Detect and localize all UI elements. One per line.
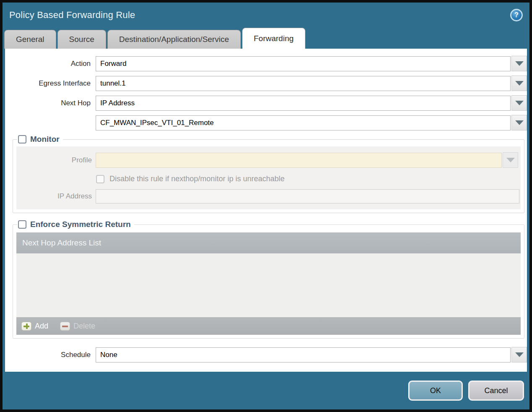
egress-interface-select[interactable]: tunnel.1 — [96, 76, 511, 91]
egress-interface-row: Egress Interface tunnel.1 — [5, 76, 527, 91]
cancel-button[interactable]: Cancel — [468, 381, 524, 401]
action-select[interactable]: Forward — [96, 56, 511, 71]
next-hop-type-select[interactable]: IP Address — [96, 96, 511, 111]
tab-destination-application-service[interactable]: Destination/Application/Service — [107, 30, 241, 49]
pbf-rule-dialog: { "dialog": { "title": "Policy Based For… — [0, 0, 532, 412]
monitor-panel: Profile Disable this rule if nexthop/mon… — [16, 146, 521, 209]
action-row: Action Forward — [5, 56, 527, 71]
plus-icon — [21, 322, 31, 331]
schedule-dropdown-button[interactable] — [511, 347, 527, 362]
dialog-title: Policy Based Forwarding Rule — [9, 10, 135, 21]
monitor-profile-select — [96, 153, 502, 168]
chevron-down-icon — [515, 352, 524, 357]
tab-source[interactable]: Source — [57, 30, 106, 49]
next-hop-type-dropdown-button[interactable] — [511, 95, 527, 111]
minus-icon — [60, 322, 70, 331]
forwarding-tab-panel: Action Forward Egress Interface tunnel.1… — [5, 49, 527, 372]
monitor-profile-dropdown-button — [503, 152, 518, 168]
tab-bar: General Source Destination/Application/S… — [3, 28, 529, 49]
next-hop-address-row: CF_MWAN_IPsec_VTI_01_Remote — [5, 115, 527, 130]
monitor-ip-address-label: IP Address — [16, 192, 92, 201]
monitor-fieldset: Monitor Profile Disable this rule if nex… — [13, 135, 524, 213]
add-button[interactable]: Add — [21, 322, 48, 331]
schedule-row: Schedule None — [5, 347, 527, 362]
symmetric-return-legend: Enforce Symmetric Return — [17, 220, 134, 229]
chevron-down-icon — [515, 61, 524, 66]
chevron-down-icon — [515, 81, 524, 86]
symmetric-return-fieldset: Enforce Symmetric Return Next Hop Addres… — [13, 220, 524, 339]
chevron-down-icon — [515, 120, 524, 125]
next-hop-address-list-toolbar: Add Delete — [16, 317, 521, 335]
next-hop-address-list-header: Next Hop Address List — [16, 232, 521, 253]
dialog-titlebar: Policy Based Forwarding Rule ? — [3, 3, 529, 28]
next-hop-address-list-table: Next Hop Address List Add Delete — [16, 232, 521, 335]
action-dropdown-button[interactable] — [511, 56, 527, 71]
enforce-symmetric-return-checkbox[interactable] — [18, 220, 26, 229]
monitor-legend: Monitor — [17, 135, 63, 144]
schedule-label: Schedule — [10, 351, 91, 359]
monitor-ip-address-input — [96, 189, 519, 203]
monitor-checkbox[interactable] — [18, 135, 26, 143]
egress-interface-dropdown-button[interactable] — [511, 76, 527, 91]
profile-label: Profile — [16, 156, 92, 164]
next-hop-address-list-body[interactable] — [16, 253, 521, 317]
tab-general[interactable]: General — [4, 30, 56, 49]
add-button-label: Add — [35, 322, 48, 331]
next-hop-label: Next Hop — [10, 99, 91, 107]
symmetric-return-legend-label: Enforce Symmetric Return — [30, 220, 131, 229]
help-icon[interactable]: ? — [510, 9, 523, 21]
tab-forwarding[interactable]: Forwarding — [242, 28, 305, 49]
disable-rule-checkbox — [96, 175, 104, 183]
next-hop-row: Next Hop IP Address — [5, 95, 527, 111]
chevron-down-icon — [506, 158, 515, 162]
next-hop-address-dropdown-button[interactable] — [511, 115, 527, 130]
action-label: Action — [10, 60, 91, 68]
dialog-footer: OK Cancel — [3, 372, 529, 409]
disable-rule-label: Disable this rule if nexthop/monitor ip … — [110, 175, 284, 183]
delete-button-label: Delete — [73, 322, 95, 331]
monitor-legend-label: Monitor — [30, 135, 60, 144]
profile-row: Profile — [16, 152, 521, 168]
chevron-down-icon — [515, 101, 524, 105]
delete-button: Delete — [60, 322, 95, 331]
egress-interface-label: Egress Interface — [10, 79, 91, 88]
next-hop-address-select[interactable]: CF_MWAN_IPsec_VTI_01_Remote — [96, 115, 511, 130]
schedule-select[interactable]: None — [96, 347, 511, 362]
disable-rule-row: Disable this rule if nexthop/monitor ip … — [96, 175, 521, 183]
ok-button[interactable]: OK — [408, 381, 463, 401]
monitor-ip-address-row: IP Address — [16, 189, 521, 203]
